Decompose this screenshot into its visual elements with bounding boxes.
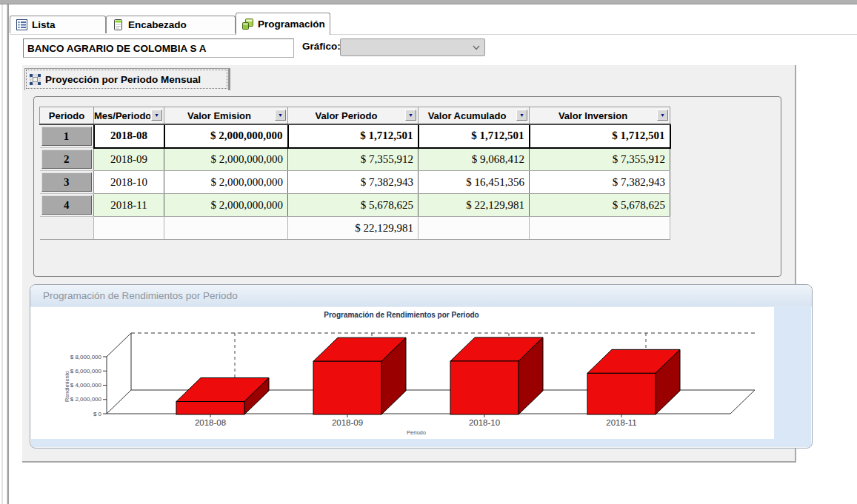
filter-inversion-button[interactable]: ▼: [657, 110, 668, 121]
cell-valor-periodo[interactable]: $ 5,678,625: [288, 194, 419, 217]
cell-valor-acumulado[interactable]: $ 22,129,981: [419, 194, 530, 217]
window-left-border: [1, 4, 3, 504]
col-header-periodo[interactable]: Periodo: [40, 107, 94, 125]
total-row: $ 22,129,981: [40, 217, 670, 240]
form-icon: [113, 19, 124, 30]
cell-mes[interactable]: 2018-10: [94, 171, 164, 194]
chart-title: Programación de Rendimientos por Periodo: [324, 311, 478, 319]
cell-valor-acumulado[interactable]: $ 16,451,356: [419, 171, 530, 194]
cell-valor-inversion[interactable]: $ 1,712,501: [530, 124, 670, 148]
table-row[interactable]: 1 2018-08 $ 2,000,000,000 $ 1,712,501 $ …: [40, 124, 670, 148]
tab-encabezado[interactable]: Encabezado: [106, 16, 236, 33]
cell-valor-inversion[interactable]: $ 7,382,943: [530, 171, 670, 194]
tab-label: Programación: [258, 19, 325, 30]
grafico-label: Gráfico:: [302, 41, 341, 52]
chart-ylabel: Rendimiento: [64, 371, 70, 402]
svg-text:2018-10: 2018-10: [469, 418, 500, 427]
subtab-label: Proyección por Periodo Mensual: [45, 74, 201, 85]
grafico-dropdown[interactable]: [340, 38, 485, 56]
svg-text:$ 2,000,000: $ 2,000,000: [70, 396, 102, 403]
svg-text:2018-11: 2018-11: [606, 418, 636, 427]
col-header-valor-emision[interactable]: Valor Emision▼: [164, 107, 288, 125]
tab-label: Encabezado: [128, 19, 187, 30]
tabstrip-baseline: [10, 34, 857, 35]
table-panel: Periodo Mes/Periodo▼ Valor Emision▼ Valo…: [33, 96, 781, 277]
row-header: 4: [41, 195, 93, 215]
cell-valor-emision[interactable]: $ 2,000,000,000: [164, 148, 288, 171]
list-icon: [16, 19, 27, 30]
chart-xlabel: Periodo: [407, 429, 426, 436]
cell-valor-emision[interactable]: $ 2,000,000,000: [164, 194, 288, 217]
subtab-proyeccion-mensual[interactable]: Proyección por Periodo Mensual: [24, 68, 229, 90]
filter-periodo-button[interactable]: ▼: [405, 110, 416, 121]
application-window: Lista Encabezado Programación Gráfico:: [0, 0, 857, 504]
rendimientos-3d-bar-chart: Programación de Rendimientos por Periodo…: [30, 307, 813, 448]
chart-groupbox: Programación de Rendimientos por Periodo…: [30, 284, 813, 448]
col-header-mes-periodo[interactable]: Mes/Periodo▼: [94, 107, 164, 125]
selection-icon: [30, 74, 41, 85]
table-row[interactable]: 3 2018-10 $ 2,000,000,000 $ 7,382,943 $ …: [40, 171, 670, 194]
col-header-valor-inversion[interactable]: Valor Inversion▼: [530, 107, 670, 125]
svg-text:$ 0: $ 0: [93, 411, 102, 417]
cell-valor-inversion[interactable]: $ 7,355,912: [530, 148, 670, 171]
window-top-border: [0, 0, 857, 4]
tab-label: Lista: [32, 19, 56, 30]
filter-mes-button[interactable]: ▼: [151, 110, 162, 121]
cell-valor-emision[interactable]: $ 2,000,000,000: [164, 124, 288, 148]
cell-valor-acumulado[interactable]: $ 9,068,412: [419, 148, 530, 171]
filter-acumulado-button[interactable]: ▼: [516, 110, 527, 121]
table-row[interactable]: 2 2018-09 $ 2,000,000,000 $ 7,355,912 $ …: [40, 148, 670, 171]
col-header-valor-periodo[interactable]: Valor Periodo▼: [288, 107, 419, 125]
svg-text:2018-09: 2018-09: [332, 418, 363, 427]
cell-valor-emision[interactable]: $ 2,000,000,000: [164, 171, 288, 194]
window-left-border-groove: [7, 4, 9, 504]
svg-text:$ 8,000,000: $ 8,000,000: [70, 354, 102, 360]
svg-text:$ 6,000,000: $ 6,000,000: [70, 368, 102, 374]
cell-valor-periodo[interactable]: $ 7,355,912: [288, 148, 419, 171]
svg-text:$ 4,000,000: $ 4,000,000: [70, 382, 102, 389]
cell-valor-periodo[interactable]: $ 1,712,501: [288, 124, 419, 148]
filter-emision-button[interactable]: ▼: [275, 110, 286, 121]
table-row[interactable]: 4 2018-11 $ 2,000,000,000 $ 5,678,625 $ …: [40, 194, 670, 217]
programacion-tab-page: Proyección por Periodo Mensual Periodo M…: [22, 65, 796, 463]
cell-valor-acumulado[interactable]: $ 1,712,501: [419, 124, 530, 148]
grid-header-row: Periodo Mes/Periodo▼ Valor Emision▼ Valo…: [40, 107, 670, 125]
col-header-valor-acumulado[interactable]: Valor Acumulado▼: [419, 107, 530, 125]
cell-valor-periodo[interactable]: $ 7,382,943: [288, 171, 419, 194]
row-header: 3: [41, 172, 93, 192]
tab-programacion[interactable]: Programación: [236, 13, 330, 35]
bank-name-field[interactable]: [23, 38, 294, 58]
projection-grid: Periodo Mes/Periodo▼ Valor Emision▼ Valo…: [39, 107, 671, 240]
windows-icon: [242, 19, 253, 30]
chevron-down-icon: [468, 45, 484, 50]
row-header: 1: [41, 127, 92, 146]
total-valor-periodo: $ 22,129,981: [288, 217, 419, 240]
cell-valor-inversion[interactable]: $ 5,678,625: [530, 194, 670, 217]
cell-mes[interactable]: 2018-11: [94, 194, 164, 217]
chart-groupbox-title: Programación de Rendimientos por Periodo: [30, 285, 812, 307]
cell-mes[interactable]: 2018-08: [94, 124, 164, 148]
row-header: 2: [41, 149, 93, 169]
tab-lista[interactable]: Lista: [10, 16, 106, 33]
cell-mes[interactable]: 2018-09: [94, 148, 164, 171]
svg-text:2018-08: 2018-08: [195, 418, 226, 427]
